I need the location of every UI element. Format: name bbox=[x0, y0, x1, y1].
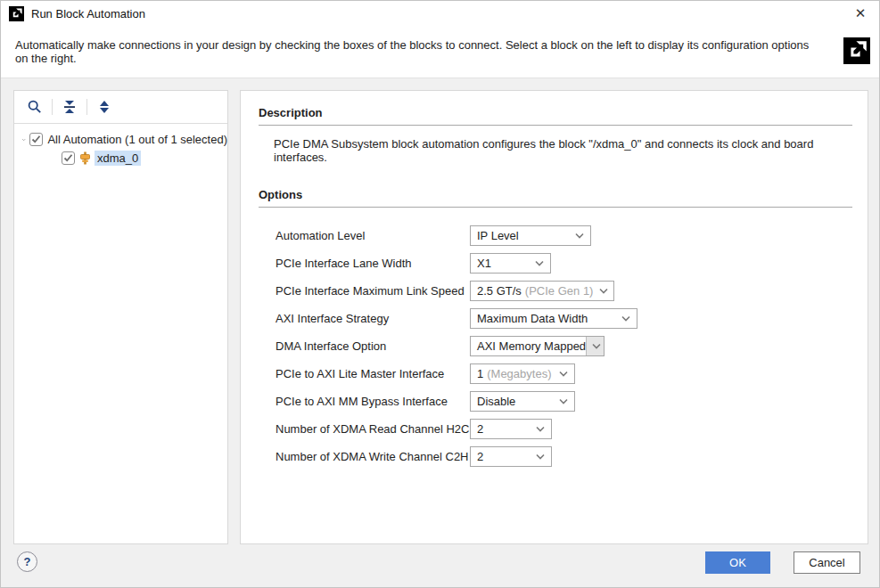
tree-item-label: xdma_0 bbox=[95, 151, 141, 166]
write-channel-c2h-dropdown[interactable]: 2 bbox=[470, 446, 552, 467]
chevron-down-icon bbox=[586, 337, 604, 355]
tree-item-all-automation[interactable]: All Automation (1 out of 1 selected) bbox=[14, 130, 227, 149]
check-icon bbox=[31, 135, 41, 144]
toolbar-divider bbox=[86, 99, 87, 115]
description-heading: Description bbox=[259, 106, 852, 126]
cancel-button[interactable]: Cancel bbox=[794, 551, 860, 574]
option-label: Automation Level bbox=[276, 229, 470, 242]
ok-button[interactable]: OK bbox=[705, 551, 770, 574]
axi-strategy-dropdown[interactable]: Maximum Data Width bbox=[470, 308, 637, 329]
chevron-down-icon bbox=[569, 233, 590, 239]
check-icon bbox=[63, 153, 73, 163]
option-label: PCIe to AXI MM Bypass Interface bbox=[276, 395, 470, 408]
all-automation-checkbox[interactable] bbox=[29, 133, 43, 146]
option-row-write-channel-c2h: Number of XDMA Write Channel C2H 2 bbox=[276, 443, 852, 470]
option-label: Number of XDMA Write Channel C2H bbox=[276, 450, 470, 463]
chevron-down-icon bbox=[553, 398, 574, 404]
axi-lite-master-dropdown[interactable]: 1 (Megabytes) bbox=[470, 363, 575, 384]
option-row-lane-width: PCIe Interface Lane Width X1 bbox=[276, 249, 852, 277]
block-selection-panel: All Automation (1 out of 1 selected) xdm… bbox=[13, 90, 228, 544]
tree-toolbar bbox=[14, 91, 227, 124]
option-label: PCIe to AXI Lite Master Interface bbox=[276, 367, 470, 380]
option-row-read-channel-h2c: Number of XDMA Read Channel H2C 2 bbox=[276, 415, 852, 443]
chevron-down-icon[interactable] bbox=[21, 135, 26, 145]
option-value-note: (PCIe Gen 1) bbox=[525, 284, 594, 298]
option-row-automation-level: Automation Level IP Level bbox=[276, 222, 852, 249]
read-channel-h2c-dropdown[interactable]: 2 bbox=[470, 419, 552, 439]
option-row-mm-bypass: PCIe to AXI MM Bypass Interface Disable bbox=[276, 388, 852, 415]
option-value-note: (Megabytes) bbox=[487, 367, 551, 380]
chevron-down-icon bbox=[615, 315, 637, 322]
tree-item-xdma[interactable]: xdma_0 bbox=[14, 149, 227, 167]
dialog-instructions: Automatically make connections in your d… bbox=[15, 38, 818, 65]
dma-interface-dropdown[interactable]: AXI Memory Mapped bbox=[470, 336, 604, 356]
tree-item-label: All Automation (1 out of 1 selected) bbox=[47, 133, 227, 146]
option-row-axi-lite-master: PCIe to AXI Lite Master Interface 1 (Meg… bbox=[276, 360, 852, 388]
window-title: Run Block Automation bbox=[31, 7, 145, 20]
option-row-axi-strategy: AXI Interface Strategy Maximum Data Widt… bbox=[276, 305, 852, 332]
link-speed-dropdown[interactable]: 2.5 GT/s (PCIe Gen 1) bbox=[470, 281, 614, 301]
block-description-text: PCIe DMA Subsystem block automation conf… bbox=[274, 137, 852, 164]
search-icon[interactable] bbox=[27, 99, 43, 115]
option-row-link-speed: PCIe Interface Maximum Link Speed 2.5 GT… bbox=[276, 277, 852, 305]
option-row-dma-interface: DMA Interface Option AXI Memory Mapped bbox=[276, 332, 852, 360]
option-label: PCIe Interface Lane Width bbox=[276, 257, 470, 270]
chevron-down-icon bbox=[530, 426, 551, 432]
option-label: AXI Interface Strategy bbox=[276, 312, 470, 325]
chevron-down-icon bbox=[553, 371, 574, 377]
lane-width-dropdown[interactable]: X1 bbox=[470, 253, 551, 274]
mm-bypass-dropdown[interactable]: Disable bbox=[470, 391, 575, 412]
automation-tree: All Automation (1 out of 1 selected) xdm… bbox=[14, 124, 227, 167]
options-heading: Options bbox=[259, 188, 852, 208]
chevron-down-icon bbox=[530, 453, 551, 460]
close-icon[interactable]: ✕ bbox=[849, 4, 872, 23]
option-label: PCIe Interface Maximum Link Speed bbox=[276, 284, 470, 298]
chevron-down-icon bbox=[529, 260, 550, 266]
amd-logo-icon bbox=[843, 37, 870, 64]
options-form: Automation Level IP Level PCIe Interface… bbox=[276, 222, 852, 470]
collapse-all-icon[interactable] bbox=[62, 99, 78, 115]
ip-block-icon bbox=[79, 151, 91, 165]
dialog-header: Automatically make connections in your d… bbox=[1, 26, 879, 78]
help-button[interactable]: ? bbox=[17, 551, 37, 572]
run-block-automation-dialog: Run Block Automation ✕ Automatically mak… bbox=[0, 0, 880, 588]
amd-logo-icon bbox=[9, 6, 24, 21]
option-label: Number of XDMA Read Channel H2C bbox=[276, 422, 470, 436]
expand-collapse-icon[interactable] bbox=[96, 99, 112, 115]
title-bar: Run Block Automation ✕ bbox=[1, 1, 879, 26]
toolbar-divider bbox=[52, 99, 53, 115]
chevron-down-icon bbox=[593, 288, 614, 294]
option-label: DMA Interface Option bbox=[276, 339, 470, 353]
xdma-checkbox[interactable] bbox=[62, 151, 75, 165]
automation-level-dropdown[interactable]: IP Level bbox=[470, 225, 591, 246]
configuration-panel: Description PCIe DMA Subsystem block aut… bbox=[240, 90, 868, 544]
